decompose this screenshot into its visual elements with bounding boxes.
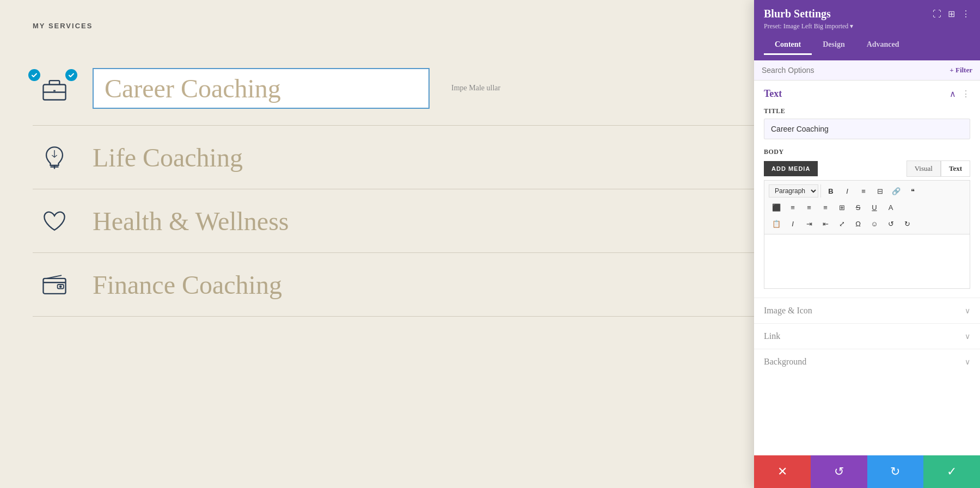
toolbar-row-3: 📋 I ⇥ ⇤ ⤢ Ω ☺ ↺ ↻ (769, 217, 965, 231)
title-field-input[interactable] (764, 119, 970, 139)
table-button[interactable]: ⊞ (834, 200, 849, 214)
image-icon-label: Image & Icon (764, 306, 812, 316)
align-left-button[interactable]: ⬛ (769, 200, 784, 214)
body-field-label: Body (764, 148, 970, 156)
panel-tabs: Content Design Advanced (764, 36, 970, 55)
tab-design[interactable]: Design (812, 36, 855, 55)
text-section-icons: ∧ ⋮ (950, 89, 970, 99)
special-char-button[interactable]: Ω (850, 217, 866, 231)
panel-footer: ✕ ↺ ↻ ✓ (754, 455, 980, 488)
career-body-text: Impe Male ullar (451, 82, 500, 94)
image-icon-section[interactable]: Image & Icon ∨ (754, 298, 980, 323)
undo-button[interactable]: ↺ (811, 455, 867, 488)
editor-toolbar: Paragraph Heading 1 Heading 2 B I ≡ ⊟ 🔗 … (764, 180, 970, 234)
paragraph-select[interactable]: Paragraph Heading 1 Heading 2 (769, 184, 818, 197)
career-icon-wrap (33, 73, 76, 104)
health-icon-wrap (33, 206, 76, 236)
blockquote-button[interactable]: ❝ (905, 184, 920, 198)
underline-button[interactable]: U (867, 200, 882, 214)
editor-view-tabs: Visual Text (906, 160, 970, 177)
emoji-button[interactable]: ☺ (867, 217, 882, 231)
align-right-button[interactable]: ≡ (801, 200, 817, 214)
toolbar-row-2: ⬛ ≡ ≡ ≡ ⊞ S U A (769, 200, 965, 214)
italic-button[interactable]: I (840, 184, 855, 198)
ordered-list-button[interactable]: ⊟ (872, 184, 887, 198)
wallet-icon (39, 269, 70, 300)
tab-advanced[interactable]: Advanced (856, 36, 910, 55)
link-label: Link (764, 331, 780, 341)
briefcase-icon (39, 73, 70, 104)
background-chevron: ∨ (965, 357, 970, 367)
view-tab-text[interactable]: Text (941, 160, 970, 177)
view-tab-visual[interactable]: Visual (906, 160, 941, 177)
image-icon-chevron: ∨ (965, 306, 970, 316)
cancel-button[interactable]: ✕ (754, 455, 811, 488)
health-title: Health & Wellness (93, 207, 289, 236)
career-title-input-box[interactable] (93, 68, 430, 109)
panel-header-top: Blurb Settings ⛶ ⊞ ⋮ (764, 8, 970, 20)
life-icon-wrap (33, 142, 76, 172)
text-section-menu-icon[interactable]: ⋮ (961, 89, 970, 99)
filter-button[interactable]: + Filter (950, 66, 972, 75)
outdent-button[interactable]: ⇤ (818, 217, 833, 231)
title-field-label: Title (764, 107, 970, 115)
text-section-header[interactable]: Text ∧ ⋮ (754, 81, 980, 107)
redo-button[interactable]: ↻ (867, 455, 924, 488)
search-input[interactable] (762, 66, 950, 75)
link-chevron: ∨ (965, 332, 970, 341)
editor-toolbar-top: ADD MEDIA Visual Text (764, 160, 970, 177)
font-color-button[interactable]: A (883, 200, 898, 214)
strikethrough-button[interactable]: S (850, 200, 866, 214)
bold-button[interactable]: B (823, 184, 838, 198)
lightbulb-icon (39, 142, 70, 172)
collapse-icon[interactable]: ∧ (950, 89, 956, 99)
edit-dot-left[interactable] (28, 69, 40, 81)
italic2-button[interactable]: I (785, 217, 800, 231)
more-icon[interactable]: ⋮ (961, 9, 970, 19)
panel-title: Blurb Settings (764, 8, 831, 20)
toolbar-row-1: Paragraph Heading 1 Heading 2 B I ≡ ⊟ 🔗 … (769, 184, 965, 198)
background-section[interactable]: Background ∨ (754, 349, 980, 374)
link-button[interactable]: 🔗 (889, 184, 904, 198)
align-justify-button[interactable]: ≡ (818, 200, 833, 214)
finance-icon-wrap (33, 269, 76, 300)
panel-body: Text ∧ ⋮ Title Body ADD MEDIA Visual Tex… (754, 81, 980, 455)
align-center-button[interactable]: ≡ (785, 200, 800, 214)
fullscreen-icon[interactable]: ⛶ (933, 9, 941, 19)
editor-area[interactable] (764, 234, 970, 289)
add-media-button[interactable]: ADD MEDIA (764, 161, 818, 176)
finance-title: Finance Coaching (93, 270, 282, 299)
panel-header-icons: ⛶ ⊞ ⋮ (933, 9, 970, 19)
columns-icon[interactable]: ⊞ (948, 9, 955, 19)
panel-preset[interactable]: Preset: Image Left Big imported ▾ (764, 22, 970, 30)
text-section: Text ∧ ⋮ Title Body ADD MEDIA Visual Tex… (754, 81, 980, 298)
panel-header: Blurb Settings ⛶ ⊞ ⋮ Preset: Image Left … (754, 0, 980, 60)
edit-dot-right[interactable] (65, 69, 77, 81)
svg-point-8 (60, 286, 62, 287)
svg-rect-6 (43, 279, 65, 294)
panel-search: + Filter (754, 60, 980, 81)
link-section[interactable]: Link ∨ (754, 323, 980, 349)
expand-button[interactable]: ⤢ (834, 217, 849, 231)
background-label: Background (764, 357, 806, 367)
undo-editor-button[interactable]: ↺ (883, 217, 898, 231)
heart-icon (39, 206, 70, 236)
life-title: Life Coaching (93, 143, 243, 172)
redo-editor-button[interactable]: ↻ (899, 217, 915, 231)
unordered-list-button[interactable]: ≡ (856, 184, 871, 198)
paste-button[interactable]: 📋 (769, 217, 784, 231)
text-section-label: Text (764, 88, 782, 100)
career-title-input[interactable] (105, 73, 418, 103)
indent-button[interactable]: ⇥ (801, 217, 817, 231)
tab-content[interactable]: Content (764, 36, 812, 55)
save-button[interactable]: ✓ (923, 455, 980, 488)
settings-panel: Blurb Settings ⛶ ⊞ ⋮ Preset: Image Left … (754, 0, 980, 488)
text-section-content: Title Body ADD MEDIA Visual Text Paragra… (754, 107, 980, 298)
